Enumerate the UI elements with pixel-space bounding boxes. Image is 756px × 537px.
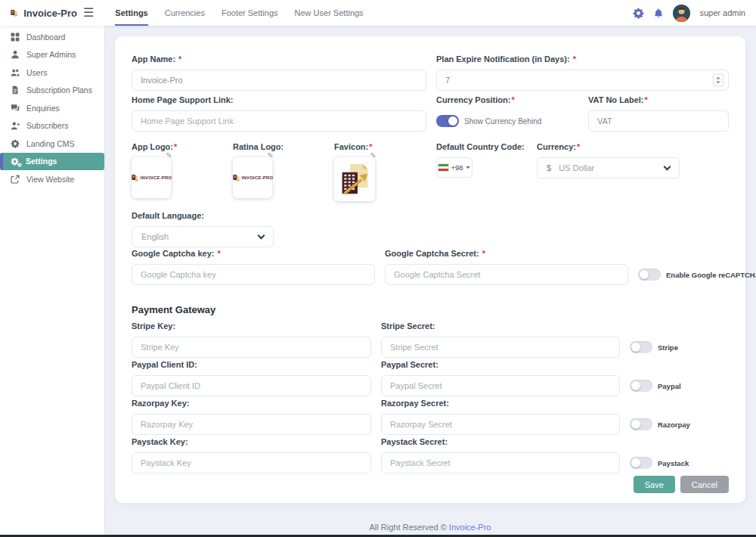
sidebar-label: Settings <box>26 157 57 166</box>
favicon-label: Favicon:* <box>334 142 426 151</box>
edit-pencil-icon[interactable]: ✎ <box>370 151 376 160</box>
sidebar-item-users[interactable]: Users <box>0 64 104 82</box>
language-select[interactable]: English <box>132 226 274 247</box>
brand-logo-icon <box>10 5 18 21</box>
stripe-toggle-label: Stripe <box>658 343 678 352</box>
stripe-secret-input[interactable] <box>381 337 620 358</box>
language-label: Default Language: <box>132 211 729 220</box>
sidebar-label: Enquiries <box>26 104 60 113</box>
users-group-icon <box>11 68 20 77</box>
sidebar-item-subscription-plans[interactable]: Subscription Plans <box>0 82 104 100</box>
app-logo-upload[interactable]: ✎ INVOICE-PRO <box>132 157 171 198</box>
paypal-client-id-input[interactable] <box>132 375 371 396</box>
stripe-toggle[interactable] <box>630 341 652 353</box>
favicon-image <box>339 163 370 197</box>
vat-input[interactable] <box>588 110 729 132</box>
tab-footer-settings[interactable]: Footer Settings <box>222 0 278 26</box>
stripe-key-input[interactable] <box>132 337 371 358</box>
row-paystack: Paystack Key: Paystack Secret: Paystack <box>132 437 729 473</box>
notifications-bell-icon[interactable] <box>653 8 664 19</box>
recaptcha-toggle-label: Enable Google reCAPTCHA <box>666 271 756 279</box>
edit-pencil-icon[interactable]: ✎ <box>268 151 274 160</box>
sidebar-label: Subscribers <box>26 121 68 130</box>
row-language: Default Language: English <box>132 211 729 247</box>
paypal-toggle[interactable] <box>630 380 652 392</box>
currency-select[interactable]: $ US Dollar <box>537 157 680 178</box>
currency-position-toggle[interactable] <box>436 115 459 127</box>
paystack-toggle[interactable] <box>630 457 652 469</box>
page-footer: All Right Reserved © Invoice-Pro <box>104 523 756 532</box>
captcha-key-label: Google Captcha key:* <box>132 249 375 258</box>
captcha-secret-input[interactable] <box>385 264 628 285</box>
sidebar-item-subscribers[interactable]: Subscribers <box>0 117 104 135</box>
sidebar-item-super-admins[interactable]: Super Admins <box>0 46 104 64</box>
razorpay-key-label: Razorpay Key: <box>132 399 371 408</box>
settings-gear-icon[interactable] <box>633 8 644 19</box>
support-link-label: Home Page Support Link: <box>132 95 426 104</box>
razorpay-key-input[interactable] <box>132 414 371 435</box>
ratina-logo-upload[interactable]: ✎ INVOICE-PRO <box>233 157 272 198</box>
person-icon <box>11 50 20 59</box>
payment-gateway-heading: Payment Gateway <box>132 303 729 316</box>
menu-toggle-icon[interactable]: ☰ <box>83 7 94 19</box>
sidebar-item-enquiries[interactable]: Enquiries <box>0 99 104 117</box>
paystack-key-label: Paystack Key: <box>132 437 371 446</box>
currency-label: Currency:* <box>537 142 680 151</box>
favicon-upload[interactable]: ✎ <box>334 157 375 201</box>
sidebar-item-landing-cms[interactable]: Landing CMS <box>0 135 104 153</box>
paypal-toggle-label: Paypal <box>658 382 681 390</box>
currency-position-toggle-label: Show Currency Behind <box>464 117 541 126</box>
razorpay-toggle-label: Razorpay <box>658 421 690 429</box>
main-content: App Name:* Plan Expire Notification (in … <box>104 26 756 537</box>
top-header: Invoice-Pro ☰ Settings Currencies Footer… <box>0 0 756 26</box>
chevron-down-icon <box>258 231 265 239</box>
number-stepper[interactable] <box>713 74 723 87</box>
app-name-label: App Name:* <box>132 54 426 64</box>
plan-expire-label: Plan Expire Notification (in Days):* <box>436 54 729 64</box>
paypal-secret-input[interactable] <box>381 375 620 396</box>
tab-currencies[interactable]: Currencies <box>165 0 205 26</box>
sidebar-item-settings[interactable]: Settings <box>0 153 104 171</box>
captcha-secret-label: Google Captcha Secret:* <box>385 249 628 258</box>
razorpay-toggle[interactable] <box>630 418 652 430</box>
dashboard-icon <box>11 33 20 42</box>
top-tabs: Settings Currencies Footer Settings New … <box>115 0 363 26</box>
sidebar-item-view-website[interactable]: View Website <box>0 170 104 188</box>
captcha-key-input[interactable] <box>132 264 375 285</box>
iran-flag-icon <box>438 164 448 171</box>
country-code-select[interactable]: +98 <box>436 157 472 178</box>
row-support-link: Home Page Support Link: Currency Positio… <box>132 95 729 132</box>
sidebar-label: Users <box>26 68 47 77</box>
paystack-secret-label: Paystack Secret: <box>381 437 620 446</box>
document-icon <box>11 85 20 95</box>
cancel-button[interactable]: Cancel <box>680 476 729 493</box>
footer-brand-link[interactable]: Invoice-Pro <box>449 523 491 532</box>
sidebar-label: View Website <box>26 175 74 184</box>
brand-name: Invoice-Pro <box>23 8 77 19</box>
currency-position-label: Currency Position:* <box>436 95 580 104</box>
recaptcha-toggle[interactable] <box>638 268 661 281</box>
person-add-icon <box>11 121 20 130</box>
row-stripe: Stripe Key: Stripe Secret: Stripe <box>132 321 729 358</box>
country-code-label: Default Country Code: <box>436 142 537 151</box>
paypal-secret-label: Paypal Secret: <box>381 360 620 369</box>
app-name-input[interactable] <box>132 70 426 91</box>
sidebar-item-dashboard[interactable]: Dashboard <box>0 28 104 46</box>
stripe-key-label: Stripe Key: <box>132 321 371 331</box>
save-button[interactable]: Save <box>634 476 675 493</box>
support-link-input[interactable] <box>132 110 426 132</box>
razorpay-secret-input[interactable] <box>381 414 620 435</box>
user-name[interactable]: super admin <box>699 8 745 17</box>
user-avatar[interactable] <box>673 5 690 22</box>
plan-expire-input[interactable] <box>436 70 729 91</box>
sidebar: Dashboard Super Admins Users Subscriptio… <box>0 26 104 537</box>
paystack-secret-input[interactable] <box>381 452 620 473</box>
currency-value: US Dollar <box>559 163 594 172</box>
ratina-logo-label: Ratina Logo: <box>233 142 334 151</box>
paystack-key-input[interactable] <box>132 452 371 473</box>
tab-new-user-settings[interactable]: New User Settings <box>295 0 364 26</box>
tab-settings[interactable]: Settings <box>115 0 147 26</box>
brand[interactable]: Invoice-Pro <box>0 5 77 21</box>
edit-pencil-icon[interactable]: ✎ <box>166 151 172 160</box>
row-razorpay: Razorpay Key: Razorpay Secret: Razorpay <box>132 399 729 435</box>
